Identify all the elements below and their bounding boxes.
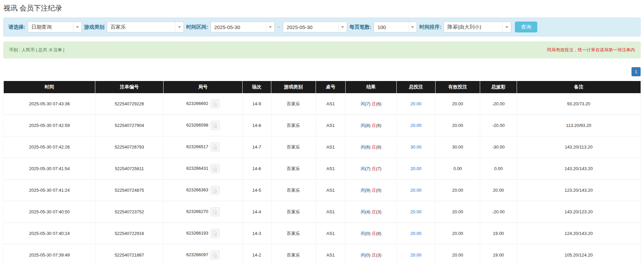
video-replay-button[interactable]: [210, 121, 220, 130]
total-bet-link[interactable]: 20.00: [411, 188, 422, 193]
col-remark: 备注: [517, 81, 641, 93]
result-player: 闲: [361, 188, 365, 193]
table-row: 2025-05-30 07:42:26 522540726793 6232665…: [4, 136, 641, 158]
result-player-count: (6): [365, 144, 370, 150]
cell-total-bet: 30.00: [397, 136, 436, 158]
range-separator: ~: [277, 24, 280, 30]
page-size-label: 每页笔数:: [349, 24, 371, 30]
cell-total-bet: 20.00: [397, 158, 436, 180]
page-size-select[interactable]: 100: [374, 22, 417, 32]
total-bet-link[interactable]: 20.00: [411, 166, 422, 171]
table-row: 2025-05-30 07:39:49 522540721867 6232660…: [4, 244, 641, 266]
col-session: 场次: [242, 81, 271, 93]
result-player-count: (9): [365, 188, 370, 193]
video-replay-button[interactable]: [210, 229, 220, 238]
table-header-row: 时间 注单编号 局号 场次 游戏类别 桌号 结果 总投注 有效投注 总派彩 备注: [4, 81, 641, 93]
date-to-select[interactable]: 2025-05-30: [283, 22, 347, 32]
cell-table-no: AS1: [316, 158, 346, 180]
round-no-text: 623266270: [186, 209, 208, 214]
cell-valid-bet: 20.00: [435, 93, 480, 115]
chevron-down-icon: [266, 22, 274, 32]
video-file-icon: [212, 101, 218, 107]
game-type-select[interactable]: 百家乐: [107, 22, 184, 32]
cell-round-no: 623266363: [164, 180, 243, 201]
page-title: 视讯 会员下注纪录: [3, 3, 641, 13]
time-sort-value: 降幂(由大到小): [447, 24, 500, 30]
video-file-icon: [212, 188, 218, 193]
table-row: 2025-05-30 07:40:24 522540722916 6232661…: [4, 223, 641, 244]
cell-remark: 143.20/143.20: [517, 158, 641, 180]
round-no-text: 623266517: [186, 144, 208, 149]
cell-session: 14-8: [242, 115, 271, 136]
game-type-value: 百家乐: [110, 24, 173, 30]
col-round-no: 局号: [164, 81, 243, 93]
cell-result: 闲(9) 庄(0): [346, 180, 397, 201]
cell-time: 2025-05-30 07:42:26: [4, 136, 95, 158]
col-result: 结果: [346, 81, 397, 93]
cell-session: 14-7: [242, 136, 271, 158]
total-bet-link[interactable]: 20.00: [411, 252, 422, 258]
col-valid-bet: 有效投注: [435, 81, 480, 93]
result-banker-count: (6): [376, 101, 381, 106]
result-banker-count: (8): [376, 231, 381, 236]
cell-bet-no: 522540726793: [95, 136, 164, 158]
query-mode-value: 日期查询: [31, 24, 71, 30]
col-time: 时间: [4, 81, 95, 93]
video-replay-button[interactable]: [210, 186, 220, 195]
cell-payout: -20.00: [480, 115, 517, 136]
result-banker: 庄: [372, 144, 376, 150]
cell-table-no: AS1: [316, 244, 346, 266]
cell-payout: 0.00: [480, 158, 517, 180]
cell-bet-no: 522540724875: [95, 180, 164, 201]
table-row: 2025-05-30 07:42:59 522540727904 6232665…: [4, 115, 641, 136]
result-banker-count: (8): [376, 144, 381, 150]
cell-result: 闲(4) 庄(3): [346, 201, 397, 223]
total-bet-link[interactable]: 20.00: [411, 101, 422, 106]
cell-time: 2025-05-30 07:42:59: [4, 115, 95, 136]
cell-valid-bet: 20.00: [435, 201, 480, 223]
cell-bet-no: 522540729226: [95, 93, 164, 115]
cell-table-no: AS1: [316, 223, 346, 244]
result-banker: 庄: [372, 231, 376, 236]
chevron-down-icon: [408, 22, 417, 32]
pagination-page-1[interactable]: 1: [631, 67, 641, 76]
cell-table-no: AS1: [316, 115, 346, 136]
date-to-value: 2025-05-30: [287, 24, 336, 30]
total-bet-link[interactable]: 20.00: [411, 123, 422, 128]
cell-valid-bet: 20.00: [435, 223, 480, 244]
result-player: 闲: [361, 166, 365, 171]
cell-valid-bet: 0.00: [435, 158, 480, 180]
cell-game-type: 百家乐: [271, 244, 316, 266]
video-replay-button[interactable]: [210, 99, 220, 108]
date-from-select[interactable]: 2025-05-30: [210, 22, 275, 32]
total-bet-link[interactable]: 20.00: [411, 231, 422, 236]
total-bet-link[interactable]: 30.00: [411, 144, 422, 150]
cell-time: 2025-05-30 07:41:54: [4, 158, 95, 180]
cell-session: 14-6: [242, 158, 271, 180]
query-mode-select[interactable]: 日期查询: [28, 22, 82, 32]
cell-time: 2025-05-30 07:39:49: [4, 244, 95, 266]
cell-result: 闲(0) 庄(3): [346, 244, 397, 266]
currency-total-info: 币别 : 人民币 | 总共 :8 注单 |: [9, 47, 65, 53]
cell-remark: 124.20/143.20: [517, 223, 641, 244]
chevron-down-icon: [73, 22, 81, 32]
video-replay-button[interactable]: [210, 164, 220, 173]
pagination: 1: [3, 67, 641, 76]
cell-game-type: 百家乐: [271, 223, 316, 244]
result-player: 闲: [361, 231, 365, 236]
cell-bet-no: 522540722916: [95, 223, 164, 244]
chevron-down-icon: [338, 22, 347, 32]
video-file-icon: [212, 144, 218, 150]
cell-payout: -20.00: [480, 93, 517, 115]
video-replay-button[interactable]: [210, 142, 220, 152]
total-bet-link[interactable]: 20.00: [411, 209, 422, 214]
query-button[interactable]: 查询: [515, 22, 537, 32]
cell-payout: 19.00: [480, 223, 517, 244]
cell-game-type: 百家乐: [271, 115, 316, 136]
video-replay-button[interactable]: [210, 250, 220, 260]
video-file-icon: [212, 123, 218, 128]
video-replay-button[interactable]: [210, 207, 220, 216]
time-sort-select[interactable]: 降幂(由大到小): [444, 22, 511, 32]
round-no-text: 623266692: [186, 101, 208, 106]
round-no-text: 623266431: [186, 166, 208, 171]
